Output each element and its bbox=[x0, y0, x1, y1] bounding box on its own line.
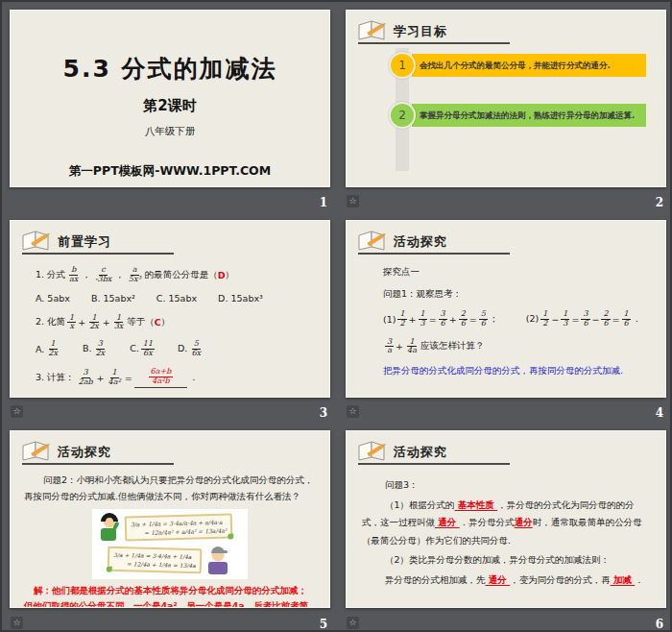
objective-number-badge: 2 bbox=[389, 102, 416, 129]
slide-header-title: 活动探究 bbox=[394, 444, 447, 461]
question-1-options: A. 5abx B. 15abx² C. 15abx D. 15abx³ bbox=[36, 293, 329, 305]
slide-header: 学习目标 bbox=[358, 19, 510, 44]
question-3: 3. 计算： 32ab+14a²=6a+b4a²b． bbox=[36, 367, 329, 389]
question-2-text: 问题2：小明和小亮都认为只要把异分母的分式化成同分母的分式，再按同分母的分式加减… bbox=[24, 473, 316, 504]
question-2: 2. 化简1x+12x+13x等于（ C ） bbox=[36, 314, 329, 332]
book-pencil-icon bbox=[358, 440, 389, 461]
slide-header-title: 活动探究 bbox=[58, 444, 111, 461]
xiaoming-row: 3/a + 1/4a = 3·4a/a·4a + a/4a·a = 12a/4a… bbox=[98, 513, 242, 542]
book-pencil-icon bbox=[22, 440, 53, 461]
how-to-compute-question: 3a+14a 应该怎样计算？ bbox=[383, 338, 665, 356]
slide-cell-3: 前置学习 1. 分式bax，c-3bx，a5x³ 的最简公分母是（ D ） A.… bbox=[2, 212, 338, 423]
slide-cell-2: 学习目标 1 会找出几个分式的最简公分母，并能进行分式的通分. 2 掌握异分母分… bbox=[338, 2, 672, 212]
book-pencil-icon bbox=[358, 19, 389, 40]
slide-thumbnail-3[interactable]: 前置学习 1. 分式bax，c-3bx，a5x³ 的最简公分母是（ D ） A.… bbox=[10, 220, 330, 398]
lesson-subtitle: 第2课时 bbox=[143, 97, 196, 115]
watermark-star-icon: ☆ bbox=[11, 617, 23, 629]
page-number: 5 bbox=[320, 618, 327, 631]
board-line: 3/a + 1/4a = 3·4a/a·4a + a/4a·a bbox=[131, 519, 223, 528]
slide-thumbnail-5[interactable]: 活动探究 问题2：小明和小亮都认为只要把异分母的分式化成同分母的分式，再按同分母… bbox=[10, 430, 330, 608]
question-label: 问题1：观察思考： bbox=[383, 288, 665, 301]
slide-preview-grid: 5.3 分式的加减法 第2课时 八年级下册 第一PPT模板网-WWW.1PPT.… bbox=[0, 0, 672, 632]
xiaoliang-row: 3/a + 1/4a = 3·4/4a + 1/4a = 12/4a + 1/4… bbox=[108, 545, 242, 575]
grade-label: 八年级下册 bbox=[145, 125, 196, 138]
objective-text: 会找出几个分式的最简公分母，并能进行分式的通分. bbox=[412, 54, 646, 78]
xiaoliang-whiteboard: 3/a + 1/4a = 3·4/4a + 1/4a = 12/4a + 1/4… bbox=[108, 547, 203, 574]
watermark-star-icon: ☆ bbox=[11, 405, 23, 418]
board-line: 3/a + 1/4a = 3·4/4a + 1/4a bbox=[113, 551, 192, 560]
book-pencil-icon bbox=[358, 230, 389, 251]
slide-cell-1: 5.3 分式的加减法 第2课时 八年级下册 第一PPT模板网-WWW.1PPT.… bbox=[2, 2, 338, 212]
activity-content: 问题3： （1）根据分式的 基本性质 ，异分母的分式化为同分母的的分式，这一过程… bbox=[362, 476, 650, 589]
exploration-point-label: 探究点一 bbox=[383, 266, 665, 279]
slide-header-title: 学习目标 bbox=[394, 23, 447, 40]
man-cartoon bbox=[205, 545, 230, 575]
page-number: 6 bbox=[656, 618, 663, 631]
method-note: 把异分母的分式化成同分母的分式，再按同分母的分式加减. bbox=[383, 365, 665, 377]
template-site-footer: 第一PPT模板网-WWW.1PPT.COM bbox=[69, 163, 271, 180]
book-pencil-icon bbox=[22, 230, 53, 251]
activity-content: 探究点一 问题1：观察思考： (1) 12+13=36+26=56； (2) 1… bbox=[383, 266, 665, 377]
page-number: 3 bbox=[320, 406, 327, 420]
page-number: 1 bbox=[320, 196, 327, 209]
question-1: 1. 分式bax，c-3bx，a5x³ 的最简公分母是（ D ） bbox=[36, 266, 329, 284]
watermark-star-icon: ☆ bbox=[347, 405, 359, 418]
objective-item-1: 1 会找出几个分式的最简公分母，并能进行分式的通分. bbox=[389, 52, 646, 79]
rule-paragraph-1: （1）根据分式的 基本性质 ，异分母的分式化为同分母的的分式，这一过程叫做 通分… bbox=[362, 497, 650, 550]
board-line: = 12/4a + 1/4a = 13/4a bbox=[113, 560, 196, 569]
objectives-list: 1 会找出几个分式的最简公分母，并能进行分式的通分. 2 掌握异分母分式加减法的… bbox=[347, 44, 665, 179]
solution-text: 解：他们都是根据分式的基本性质将异分母化成同分母的分式加减；但他们取得的公分母不… bbox=[24, 583, 316, 608]
slide-thumbnail-1[interactable]: 5.3 分式的加减法 第2课时 八年级下册 第一PPT模板网-WWW.1PPT.… bbox=[10, 10, 330, 187]
objective-number-badge: 1 bbox=[389, 52, 416, 79]
slide-header: 活动探究 bbox=[358, 440, 510, 465]
rule-paragraph-3: 异分母的分式相加减，先 通分 ，变为同分母的分式，再 加减 ． bbox=[362, 571, 650, 590]
slide-thumbnail-6[interactable]: 活动探究 问题3： （1）根据分式的 基本性质 ，异分母的分式化为同分母的的分式… bbox=[346, 430, 666, 608]
activity-content: 问题2：小明和小亮都认为只要把异分母的分式化成同分母的分式，再按同分母的分式加减… bbox=[24, 473, 316, 608]
slide-thumbnail-2[interactable]: 学习目标 1 会找出几个分式的最简公分母，并能进行分式的通分. 2 掌握异分母分… bbox=[346, 10, 666, 187]
lesson-title: 5.3 分式的加减法 bbox=[63, 53, 277, 85]
quiz-content: 1. 分式bax，c-3bx，a5x³ 的最简公分母是（ D ） A. 5abx… bbox=[36, 266, 329, 388]
slide-header: 前置学习 bbox=[22, 230, 174, 255]
xiaoming-whiteboard: 3/a + 1/4a = 3·4a/a·4a + a/4a·a = 12a/4a… bbox=[125, 514, 233, 542]
rule-paragraph-2: （2）类比异分母分数的加减，异分母分式的加减法则： bbox=[362, 551, 650, 570]
question-2-options: A. 12x B. 32x C. 116x D. 56x bbox=[36, 340, 329, 358]
slide-header-title: 活动探究 bbox=[394, 233, 447, 251]
slide-header-title: 前置学习 bbox=[58, 233, 111, 251]
slide-header: 活动探究 bbox=[22, 440, 174, 465]
cartoon-illustration: 3/a + 1/4a = 3·4a/a·4a + a/4a·a = 12a/4a… bbox=[92, 509, 248, 579]
objective-item-2: 2 掌握异分母分式加减法的法则，熟练进行异分母的加减运算. bbox=[389, 102, 646, 129]
question-3-label: 问题3： bbox=[362, 476, 650, 495]
slide-thumbnail-4[interactable]: 活动探究 探究点一 问题1：观察思考： (1) 12+13=36+26=56； … bbox=[346, 220, 666, 398]
page-number: 2 bbox=[656, 196, 663, 209]
slide-cell-5: 活动探究 问题2：小明和小亮都认为只要把异分母的分式化成同分母的分式，再按同分母… bbox=[2, 423, 338, 632]
objective-text: 掌握异分母分式加减法的法则，熟练进行异分母的加减运算. bbox=[412, 104, 646, 128]
boy-cartoon bbox=[98, 513, 121, 542]
watermark-star-icon: ☆ bbox=[347, 617, 359, 629]
fraction-equations: (1) 12+13=36+26=56； (2) 12−13=36−26=16． bbox=[383, 310, 665, 328]
slide-cell-6: 活动探究 问题3： （1）根据分式的 基本性质 ，异分母的分式化为同分母的的分式… bbox=[338, 423, 672, 632]
page-number: 4 bbox=[656, 406, 663, 420]
board-line: = 12a/4a² + a/4a² = 13a/4a² bbox=[131, 527, 227, 537]
slide-header: 活动探究 bbox=[358, 230, 510, 255]
watermark-star-icon: ☆ bbox=[347, 195, 359, 207]
slide-cell-4: 活动探究 探究点一 问题1：观察思考： (1) 12+13=36+26=56； … bbox=[338, 212, 672, 423]
